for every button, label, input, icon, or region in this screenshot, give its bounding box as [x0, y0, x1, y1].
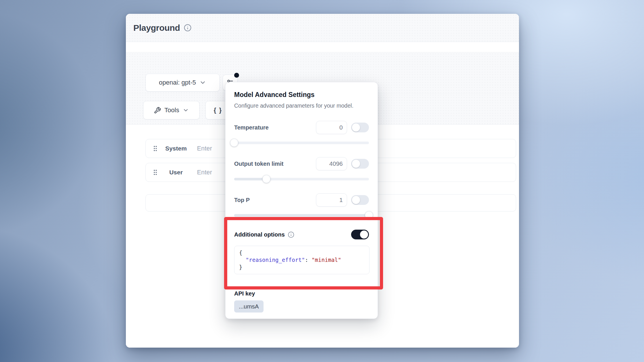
temperature-input[interactable]: [316, 121, 347, 134]
json-key: "reasoning_effort": [246, 257, 305, 263]
output-token-limit-slider[interactable]: [234, 175, 369, 183]
toggle-knob: [352, 160, 360, 168]
param-label: Output token limit: [234, 161, 316, 167]
message-role-label: User: [159, 169, 193, 176]
tools-button[interactable]: Tools: [143, 101, 200, 119]
popover-title: Model Advanced Settings: [234, 90, 369, 99]
param-row-output-token-limit: Output token limit: [234, 157, 369, 170]
top-p-slider[interactable]: [234, 211, 369, 219]
slider-fill: [234, 178, 266, 180]
braces-button-label: { }: [214, 106, 222, 114]
model-selector-button[interactable]: openai: gpt-5: [145, 74, 220, 92]
toggle-knob: [352, 196, 360, 204]
page-background: Playground openai: gpt-5: [0, 0, 644, 362]
message-role-label: System: [159, 145, 193, 152]
notification-dot: [234, 73, 239, 78]
top-p-input[interactable]: [316, 193, 347, 207]
slider-thumb[interactable]: [230, 139, 238, 147]
param-label: Temperature: [234, 124, 316, 131]
code-line: {: [239, 249, 365, 256]
info-icon[interactable]: [288, 231, 294, 238]
output-token-limit-input[interactable]: [316, 157, 347, 170]
additional-options-row: Additional options: [234, 230, 369, 239]
chevron-down-icon: [199, 79, 206, 86]
temperature-slider[interactable]: [234, 139, 369, 147]
api-key-badge[interactable]: ...umsA: [234, 300, 264, 313]
wrench-icon: [154, 107, 161, 114]
toggle-knob: [360, 230, 368, 239]
api-key-label: API key: [234, 290, 369, 297]
code-line: }: [239, 264, 365, 271]
additional-options-toggle[interactable]: [351, 230, 369, 239]
info-icon[interactable]: [184, 24, 192, 32]
message-placeholder: Enter: [197, 169, 212, 176]
drag-handle-icon[interactable]: [151, 145, 159, 152]
model-advanced-settings-popover: Model Advanced Settings Configure advanc…: [225, 82, 378, 319]
tools-button-label: Tools: [164, 106, 179, 114]
top-p-toggle[interactable]: [351, 195, 369, 205]
model-selector-label: openai: gpt-5: [159, 79, 196, 86]
json-value: "minimal": [312, 257, 341, 263]
slider-thumb[interactable]: [262, 175, 270, 183]
code-line: "reasoning_effort": "minimal": [239, 256, 365, 264]
param-row-temperature: Temperature: [234, 121, 369, 134]
slider-track: [234, 142, 369, 144]
header-divider-strip: [126, 42, 519, 52]
drag-handle-icon[interactable]: [151, 169, 159, 176]
output-token-limit-toggle[interactable]: [351, 159, 369, 169]
param-label: Top P: [234, 197, 316, 203]
page-title: Playground: [133, 23, 180, 33]
additional-options-label: Additional options: [234, 231, 285, 238]
chevron-down-icon: [183, 107, 189, 113]
additional-options-json-editor[interactable]: { "reasoning_effort": "minimal" }: [234, 246, 370, 274]
slider-fill: [234, 214, 369, 217]
message-placeholder: Enter: [197, 145, 212, 152]
popover-subtitle: Configure advanced parameters for your m…: [234, 102, 369, 109]
param-row-top-p: Top P: [234, 193, 369, 207]
temperature-toggle[interactable]: [351, 123, 369, 132]
slider-thumb[interactable]: [365, 211, 373, 219]
page-header: Playground: [126, 14, 519, 42]
json-separator: :: [305, 257, 312, 263]
toggle-knob: [352, 123, 360, 132]
